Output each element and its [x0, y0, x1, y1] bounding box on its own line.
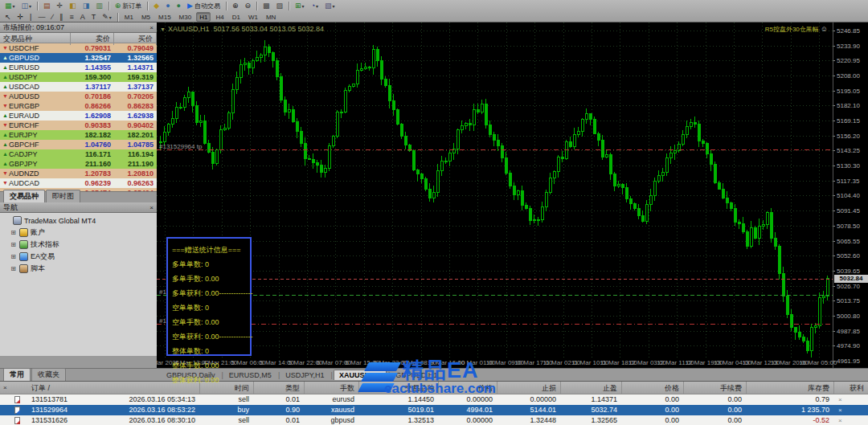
tab-common[interactable]: 常用	[3, 368, 31, 381]
strategy-tester-button[interactable]: ▥	[93, 1, 105, 11]
terminal-order-row[interactable]: 1315299642026.03.16 08:53:22buy0.90xauus…	[0, 405, 868, 415]
horizontal-line-tool-button[interactable]: —	[35, 12, 47, 22]
market-watch-row[interactable]: ▲EURAUD1.629081.62938	[0, 111, 157, 121]
bid-cell: 1.32547	[71, 53, 114, 63]
expand-plus-icon[interactable]: ⊞	[10, 253, 17, 260]
terminal-column-header[interactable]: 价格	[438, 382, 497, 394]
chart-tab-xauusd-h1[interactable]: XAUUSD,H1	[334, 370, 387, 380]
text-tool-button[interactable]: A	[78, 12, 88, 22]
expand-plus-icon[interactable]: ⊞	[10, 229, 17, 236]
terminal-column-header[interactable]: 库存费	[746, 382, 833, 394]
market-watch-row[interactable]: ▼EURGBP0.862660.86283	[0, 101, 157, 111]
navigator-root[interactable]: TradeMax Global MT4	[0, 215, 157, 227]
market-watch-row[interactable]: ▲EURUSD1.143551.14371	[0, 63, 157, 72]
market-watch-row[interactable]: ▼AUDNZD1.207831.20810	[0, 169, 157, 178]
terminal-column-header[interactable]: 类型	[253, 382, 304, 394]
terminal-column-header[interactable]: 获利	[833, 382, 868, 394]
cascade-windows-button[interactable]: ▨	[274, 1, 286, 11]
indicators-add-icon: ⊞	[295, 2, 301, 10]
chart-tab-gbpusd-h1[interactable]: GBPUSD,H1	[391, 370, 442, 380]
mql-community-button[interactable]: ●	[163, 1, 172, 11]
sell-order-icon	[14, 396, 20, 403]
periods-button[interactable]: ◔▾	[309, 1, 321, 11]
trendline-tool-button[interactable]: ∕	[49, 12, 55, 22]
tile-windows-button[interactable]: ▩	[260, 1, 272, 11]
timeframe-button-m30[interactable]: M30	[176, 12, 195, 22]
symbol-name: EURUSD	[9, 63, 39, 72]
web-button[interactable]: ●	[174, 1, 183, 11]
market-watch-row[interactable]: ▲USDCAD1.371171.37137	[0, 82, 157, 92]
new-chart-button[interactable]: ▦▾	[2, 1, 18, 11]
expand-plus-icon[interactable]: ⊞	[10, 265, 17, 272]
terminal-column-header[interactable]: 手续费	[683, 382, 746, 394]
crosshair-tool-button[interactable]: ✛	[15, 12, 27, 22]
terminal-column-header[interactable]: 止盈	[560, 382, 621, 394]
tab-favorites[interactable]: 收藏夹	[31, 368, 66, 381]
timeframe-button-h4[interactable]: H4	[212, 12, 227, 22]
new-order-button[interactable]: ⊕新订单	[113, 1, 145, 11]
chart-window[interactable]: #131529964 tp#131529964#131529964 sl ▼XA…	[157, 22, 868, 368]
terminal-close-icon[interactable]: ×	[0, 382, 27, 394]
terminal-column-header[interactable]: 价格	[621, 382, 683, 394]
navigator-item[interactable]: ⊞EA交易	[0, 251, 157, 263]
terminal-column-header[interactable]: 交易品种	[358, 382, 438, 394]
market-watch-row[interactable]: ▲GBPJPY211.160211.190	[0, 159, 157, 169]
close-order-icon[interactable]: ×	[833, 415, 868, 425]
ask-cell: 0.79049	[114, 43, 157, 53]
navigator-item[interactable]: ⊞脚本	[0, 263, 157, 275]
templates-button[interactable]: ▧▾	[322, 1, 338, 11]
market-watch-row[interactable]: ▼AUDCAD0.962390.96263	[0, 178, 157, 188]
zoom-in-button[interactable]: ⊕	[230, 1, 241, 11]
autotrading-button[interactable]: ▶自动交易	[185, 1, 223, 11]
chart-plot[interactable]: #131529964 tp#131529964#131529964 sl	[157, 22, 833, 358]
tab-symbols[interactable]: 交易品种	[3, 190, 45, 202]
chart-tab-usdjpy-h1[interactable]: USDJPY,H1	[280, 370, 329, 380]
terminal-button[interactable]: ◨	[80, 1, 92, 11]
market-watch-row[interactable]: ▼USDCHF0.790310.79049	[0, 43, 157, 53]
price-axis-label: 5026.70	[833, 283, 868, 290]
close-icon[interactable]: ×	[149, 204, 154, 211]
channel-tool-button[interactable]: ∥	[57, 12, 66, 22]
expand-plus-icon[interactable]: ⊞	[10, 241, 17, 248]
timeframe-button-d1[interactable]: D1	[229, 12, 244, 22]
timeframe-button-mn[interactable]: MN	[263, 12, 279, 22]
indicators-add-button[interactable]: ⊞▾	[293, 1, 307, 11]
market-watch-row[interactable]: ▲EURJPY182.182182.201	[0, 130, 157, 140]
vertical-line-tool-button[interactable]: |	[27, 12, 34, 22]
navigator-button[interactable]: ◧	[67, 1, 79, 11]
timeframe-button-m5[interactable]: M5	[138, 12, 154, 22]
text-label-tool-button[interactable]: T	[89, 12, 99, 22]
market-watch-row[interactable]: ▼EURCHF0.903830.90402	[0, 121, 157, 130]
terminal-order-row[interactable]: 1315316262026.03.16 08:30:10sell0.01gbpu…	[0, 415, 868, 425]
timeframe-button-m15[interactable]: M15	[155, 12, 174, 22]
terminal-column-header[interactable]: 止损	[497, 382, 560, 394]
navigator-item[interactable]: ⊞技术指标	[0, 239, 157, 251]
navigator-item[interactable]: ⊞账户	[0, 227, 157, 239]
data-window-button[interactable]: ✛	[55, 1, 66, 11]
timeframe-button-m1[interactable]: M1	[121, 12, 137, 22]
shapes-tool-button[interactable]: ✎▾	[100, 12, 114, 22]
timeframe-button-w1[interactable]: W1	[245, 12, 261, 22]
market-watch-row[interactable]: ▼AUDUSD0.701860.70205	[0, 92, 157, 101]
terminal-order-row[interactable]: 1315137812026.03.16 05:34:13sell0.01euru…	[0, 394, 868, 405]
market-watch-row[interactable]: ▲CADJPY116.171116.194	[0, 149, 157, 159]
cursor-tool-button[interactable]: ↖	[2, 12, 14, 22]
chart-tab-eurusd-m5[interactable]: EURUSD,M5	[224, 370, 276, 380]
chevron-down-icon[interactable]: ▼	[160, 27, 166, 32]
market-watch-row[interactable]: ▲GBPUSD1.325471.32565	[0, 53, 157, 63]
market-watch-row[interactable]: ▲GBPCHF1.047601.04785	[0, 140, 157, 149]
metaeditor-button[interactable]: ◆	[151, 1, 162, 11]
bid-cell: 0.70186	[71, 92, 114, 101]
ea-smiley-icon[interactable]: ☺	[821, 25, 828, 33]
tab-tick-chart[interactable]: 即时图	[46, 190, 80, 202]
close-icon[interactable]: ×	[149, 24, 154, 31]
market-watch-button[interactable]: ▤	[41, 1, 53, 11]
fibonacci-tool-button[interactable]: ≡	[67, 12, 76, 22]
timeframe-button-h1[interactable]: H1	[196, 12, 211, 22]
zoom-out-button[interactable]: ⊖	[242, 1, 253, 11]
symbol-cell: ▲USDCAD	[0, 82, 71, 92]
terminal-column-header[interactable]: 手数	[304, 382, 358, 394]
profiles-button[interactable]: ◫▾	[19, 1, 35, 11]
market-watch-row[interactable]: ▲USDJPY159.300159.319	[0, 72, 157, 82]
cell-tp: 1.32448	[497, 415, 560, 425]
